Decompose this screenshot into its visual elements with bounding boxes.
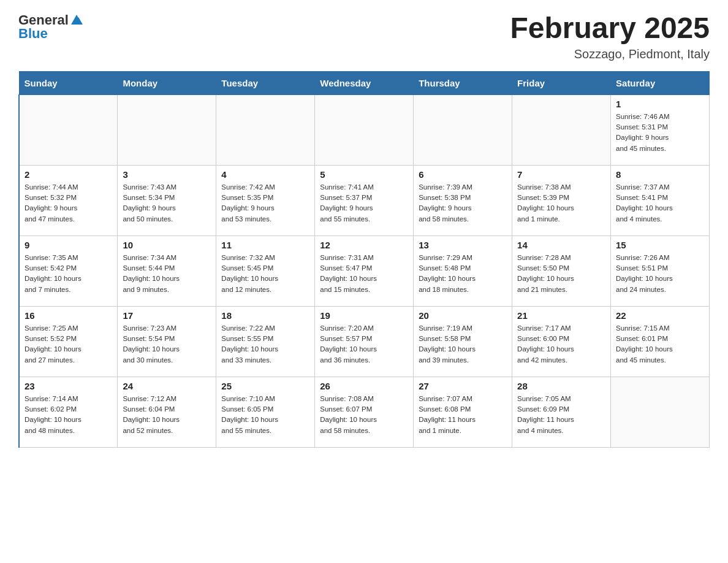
day-info: Sunrise: 7:41 AM Sunset: 5:37 PM Dayligh… <box>320 182 408 224</box>
calendar-cell: 17Sunrise: 7:23 AM Sunset: 5:54 PM Dayli… <box>118 306 216 377</box>
day-number: 10 <box>123 240 211 250</box>
day-info: Sunrise: 7:42 AM Sunset: 5:35 PM Dayligh… <box>221 182 309 224</box>
day-info: Sunrise: 7:14 AM Sunset: 6:02 PM Dayligh… <box>25 394 112 436</box>
day-number: 4 <box>221 169 309 180</box>
calendar-header: SundayMondayTuesdayWednesdayThursdayFrid… <box>19 71 710 94</box>
day-number: 14 <box>517 240 605 250</box>
day-number: 16 <box>25 310 112 321</box>
day-info: Sunrise: 7:44 AM Sunset: 5:32 PM Dayligh… <box>25 182 112 224</box>
calendar-cell: 13Sunrise: 7:29 AM Sunset: 5:48 PM Dayli… <box>414 236 512 306</box>
day-number: 17 <box>123 310 211 321</box>
calendar-table: SundayMondayTuesdayWednesdayThursdayFrid… <box>18 71 710 448</box>
day-header-wednesday: Wednesday <box>315 71 414 94</box>
day-number: 2 <box>25 169 112 180</box>
logo-blue: Blue <box>18 26 48 42</box>
day-info: Sunrise: 7:20 AM Sunset: 5:57 PM Dayligh… <box>320 323 408 366</box>
calendar-week-row: 23Sunrise: 7:14 AM Sunset: 6:02 PM Dayli… <box>19 377 710 447</box>
day-number: 22 <box>616 310 704 321</box>
day-info: Sunrise: 7:25 AM Sunset: 5:52 PM Dayligh… <box>25 323 112 366</box>
day-number: 20 <box>419 310 507 321</box>
day-number: 1 <box>616 99 704 109</box>
calendar-cell: 11Sunrise: 7:32 AM Sunset: 5:45 PM Dayli… <box>216 236 315 306</box>
calendar-cell: 15Sunrise: 7:26 AM Sunset: 5:51 PM Dayli… <box>611 236 710 306</box>
day-number: 5 <box>320 169 408 180</box>
calendar-cell: 7Sunrise: 7:38 AM Sunset: 5:39 PM Daylig… <box>512 165 611 236</box>
day-info: Sunrise: 7:43 AM Sunset: 5:34 PM Dayligh… <box>123 182 211 224</box>
calendar-cell: 6Sunrise: 7:39 AM Sunset: 5:38 PM Daylig… <box>414 165 512 236</box>
calendar-cell: 4Sunrise: 7:42 AM Sunset: 5:35 PM Daylig… <box>216 165 315 236</box>
day-number: 13 <box>419 240 507 250</box>
day-number: 21 <box>517 310 605 321</box>
day-number: 27 <box>419 381 507 391</box>
calendar-cell: 8Sunrise: 7:37 AM Sunset: 5:41 PM Daylig… <box>611 165 710 236</box>
day-info: Sunrise: 7:46 AM Sunset: 5:31 PM Dayligh… <box>616 112 704 154</box>
calendar-cell: 14Sunrise: 7:28 AM Sunset: 5:50 PM Dayli… <box>512 236 611 306</box>
day-info: Sunrise: 7:32 AM Sunset: 5:45 PM Dayligh… <box>221 253 309 295</box>
calendar-cell <box>512 94 611 165</box>
calendar-cell: 3Sunrise: 7:43 AM Sunset: 5:34 PM Daylig… <box>118 165 216 236</box>
days-header-row: SundayMondayTuesdayWednesdayThursdayFrid… <box>19 71 710 94</box>
day-info: Sunrise: 7:07 AM Sunset: 6:08 PM Dayligh… <box>419 394 507 436</box>
day-number: 19 <box>320 310 408 321</box>
day-number: 6 <box>419 169 507 180</box>
day-info: Sunrise: 7:26 AM Sunset: 5:51 PM Dayligh… <box>616 253 704 295</box>
month-title: February 2025 <box>510 12 710 45</box>
day-info: Sunrise: 7:34 AM Sunset: 5:44 PM Dayligh… <box>123 253 211 295</box>
day-number: 28 <box>517 381 605 391</box>
day-info: Sunrise: 7:28 AM Sunset: 5:50 PM Dayligh… <box>517 253 605 295</box>
day-header-monday: Monday <box>118 71 216 94</box>
day-header-saturday: Saturday <box>611 71 710 94</box>
day-info: Sunrise: 7:15 AM Sunset: 6:01 PM Dayligh… <box>616 323 704 366</box>
calendar-week-row: 2Sunrise: 7:44 AM Sunset: 5:32 PM Daylig… <box>19 165 710 236</box>
calendar-cell: 18Sunrise: 7:22 AM Sunset: 5:55 PM Dayli… <box>216 306 315 377</box>
calendar-cell: 2Sunrise: 7:44 AM Sunset: 5:32 PM Daylig… <box>19 165 118 236</box>
calendar-cell: 10Sunrise: 7:34 AM Sunset: 5:44 PM Dayli… <box>118 236 216 306</box>
day-number: 26 <box>320 381 408 391</box>
day-info: Sunrise: 7:29 AM Sunset: 5:48 PM Dayligh… <box>419 253 507 295</box>
day-number: 7 <box>517 169 605 180</box>
calendar-cell: 5Sunrise: 7:41 AM Sunset: 5:37 PM Daylig… <box>315 165 414 236</box>
calendar-cell: 9Sunrise: 7:35 AM Sunset: 5:42 PM Daylig… <box>19 236 118 306</box>
logo: General Blue <box>18 12 83 42</box>
title-block: February 2025 Sozzago, Piedmont, Italy <box>510 12 710 61</box>
calendar-cell <box>315 94 414 165</box>
day-number: 25 <box>221 381 309 391</box>
day-info: Sunrise: 7:22 AM Sunset: 5:55 PM Dayligh… <box>221 323 309 366</box>
location: Sozzago, Piedmont, Italy <box>510 47 710 61</box>
day-info: Sunrise: 7:31 AM Sunset: 5:47 PM Dayligh… <box>320 253 408 295</box>
page-header: General Blue February 2025 Sozzago, Pied… <box>18 12 710 61</box>
day-number: 9 <box>25 240 112 250</box>
calendar-cell <box>611 377 710 447</box>
day-info: Sunrise: 7:23 AM Sunset: 5:54 PM Dayligh… <box>123 323 211 366</box>
day-number: 3 <box>123 169 211 180</box>
day-info: Sunrise: 7:12 AM Sunset: 6:04 PM Dayligh… <box>123 394 211 436</box>
day-number: 24 <box>123 381 211 391</box>
calendar-cell: 23Sunrise: 7:14 AM Sunset: 6:02 PM Dayli… <box>19 377 118 447</box>
day-info: Sunrise: 7:38 AM Sunset: 5:39 PM Dayligh… <box>517 182 605 224</box>
day-number: 23 <box>25 381 112 391</box>
calendar-body: 1Sunrise: 7:46 AM Sunset: 5:31 PM Daylig… <box>19 94 710 447</box>
day-info: Sunrise: 7:19 AM Sunset: 5:58 PM Dayligh… <box>419 323 507 366</box>
day-info: Sunrise: 7:39 AM Sunset: 5:38 PM Dayligh… <box>419 182 507 224</box>
day-info: Sunrise: 7:17 AM Sunset: 6:00 PM Dayligh… <box>517 323 605 366</box>
day-header-sunday: Sunday <box>19 71 118 94</box>
calendar-cell: 27Sunrise: 7:07 AM Sunset: 6:08 PM Dayli… <box>414 377 512 447</box>
calendar-cell: 28Sunrise: 7:05 AM Sunset: 6:09 PM Dayli… <box>512 377 611 447</box>
day-header-friday: Friday <box>512 71 611 94</box>
calendar-cell: 25Sunrise: 7:10 AM Sunset: 6:05 PM Dayli… <box>216 377 315 447</box>
day-info: Sunrise: 7:35 AM Sunset: 5:42 PM Dayligh… <box>25 253 112 295</box>
day-info: Sunrise: 7:05 AM Sunset: 6:09 PM Dayligh… <box>517 394 605 436</box>
calendar-cell: 20Sunrise: 7:19 AM Sunset: 5:58 PM Dayli… <box>414 306 512 377</box>
calendar-cell <box>414 94 512 165</box>
calendar-week-row: 9Sunrise: 7:35 AM Sunset: 5:42 PM Daylig… <box>19 236 710 306</box>
day-number: 8 <box>616 169 704 180</box>
day-header-thursday: Thursday <box>414 71 512 94</box>
day-number: 11 <box>221 240 309 250</box>
calendar-week-row: 16Sunrise: 7:25 AM Sunset: 5:52 PM Dayli… <box>19 306 710 377</box>
day-info: Sunrise: 7:37 AM Sunset: 5:41 PM Dayligh… <box>616 182 704 224</box>
calendar-cell: 24Sunrise: 7:12 AM Sunset: 6:04 PM Dayli… <box>118 377 216 447</box>
day-header-tuesday: Tuesday <box>216 71 315 94</box>
calendar-cell: 12Sunrise: 7:31 AM Sunset: 5:47 PM Dayli… <box>315 236 414 306</box>
calendar-cell: 26Sunrise: 7:08 AM Sunset: 6:07 PM Dayli… <box>315 377 414 447</box>
calendar-cell: 21Sunrise: 7:17 AM Sunset: 6:00 PM Dayli… <box>512 306 611 377</box>
